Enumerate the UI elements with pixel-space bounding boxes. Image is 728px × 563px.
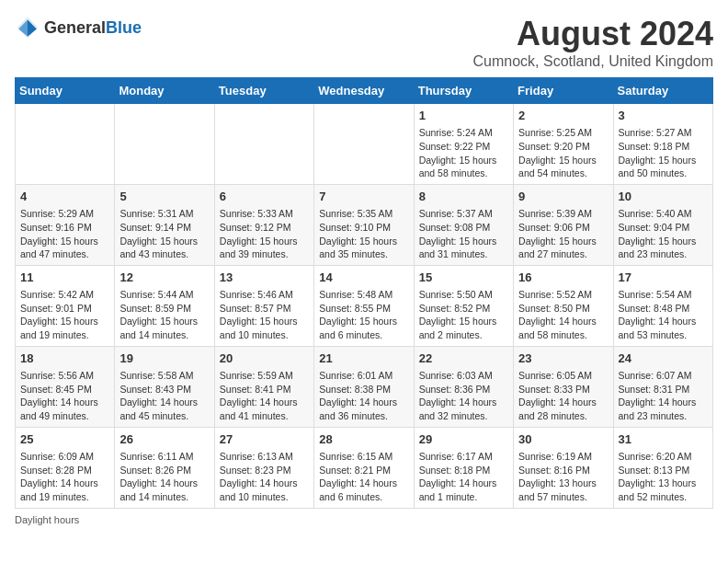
calendar-row: 18Sunrise: 5:56 AMSunset: 8:45 PMDayligh…	[16, 346, 713, 427]
day-info: Sunrise: 5:44 AMSunset: 8:59 PMDaylight:…	[119, 288, 209, 342]
title-area: August 2024 Cumnock, Scotland, United Ki…	[473, 15, 713, 70]
table-row: 10Sunrise: 5:40 AMSunset: 9:04 PMDayligh…	[613, 184, 712, 265]
table-row: 28Sunrise: 6:15 AMSunset: 8:21 PMDayligh…	[314, 427, 414, 508]
day-number: 4	[20, 189, 109, 205]
day-info: Sunrise: 5:50 AMSunset: 8:52 PMDaylight:…	[419, 288, 508, 342]
day-number: 15	[419, 270, 508, 286]
table-row: 2Sunrise: 5:25 AMSunset: 9:20 PMDaylight…	[514, 104, 613, 185]
day-info: Sunrise: 6:13 AMSunset: 8:23 PMDaylight:…	[220, 450, 309, 504]
weekday-header-thursday: Thursday	[414, 78, 513, 104]
day-number: 30	[518, 431, 608, 448]
calendar-row: 4Sunrise: 5:29 AMSunset: 9:16 PMDaylight…	[16, 184, 713, 265]
day-info: Sunrise: 6:03 AMSunset: 8:36 PMDaylight:…	[419, 369, 508, 423]
weekday-row: SundayMondayTuesdayWednesdayThursdayFrid…	[16, 78, 713, 104]
logo-general-text: General	[44, 18, 106, 37]
day-number: 21	[319, 350, 408, 367]
day-number: 19	[119, 350, 209, 367]
day-info: Sunrise: 5:48 AMSunset: 8:55 PMDaylight:…	[319, 288, 408, 342]
day-number: 7	[319, 189, 408, 205]
day-number: 23	[518, 350, 608, 367]
table-row: 24Sunrise: 6:07 AMSunset: 8:31 PMDayligh…	[613, 346, 712, 427]
day-info: Sunrise: 5:27 AMSunset: 9:18 PMDaylight:…	[619, 126, 708, 180]
day-number: 26	[119, 431, 209, 448]
day-number: 3	[619, 108, 708, 124]
day-info: Sunrise: 5:35 AMSunset: 9:10 PMDaylight:…	[319, 207, 408, 261]
table-row	[314, 104, 414, 185]
table-row: 23Sunrise: 6:05 AMSunset: 8:33 PMDayligh…	[514, 346, 613, 427]
footer-note: Daylight hours	[15, 514, 713, 525]
day-number: 16	[518, 270, 608, 286]
table-row: 16Sunrise: 5:52 AMSunset: 8:50 PMDayligh…	[514, 265, 613, 346]
page-title: August 2024	[473, 15, 713, 53]
table-row: 20Sunrise: 5:59 AMSunset: 8:41 PMDayligh…	[214, 346, 313, 427]
day-number: 24	[619, 350, 708, 367]
day-info: Sunrise: 6:11 AMSunset: 8:26 PMDaylight:…	[119, 450, 209, 504]
table-row	[16, 104, 115, 185]
day-info: Sunrise: 6:07 AMSunset: 8:31 PMDaylight:…	[619, 369, 708, 423]
day-number: 29	[419, 431, 508, 448]
table-row: 17Sunrise: 5:54 AMSunset: 8:48 PMDayligh…	[613, 265, 712, 346]
day-number: 18	[20, 350, 109, 367]
table-row: 30Sunrise: 6:19 AMSunset: 8:16 PMDayligh…	[514, 427, 613, 508]
table-row: 31Sunrise: 6:20 AMSunset: 8:13 PMDayligh…	[613, 427, 712, 508]
day-number: 9	[518, 189, 608, 205]
logo-icon	[15, 15, 40, 40]
table-row: 12Sunrise: 5:44 AMSunset: 8:59 PMDayligh…	[115, 265, 214, 346]
weekday-header-tuesday: Tuesday	[214, 78, 313, 104]
table-row: 3Sunrise: 5:27 AMSunset: 9:18 PMDaylight…	[613, 104, 712, 185]
day-info: Sunrise: 5:59 AMSunset: 8:41 PMDaylight:…	[220, 369, 309, 423]
table-row: 22Sunrise: 6:03 AMSunset: 8:36 PMDayligh…	[414, 346, 513, 427]
table-row: 29Sunrise: 6:17 AMSunset: 8:18 PMDayligh…	[414, 427, 513, 508]
day-info: Sunrise: 5:25 AMSunset: 9:20 PMDaylight:…	[518, 126, 608, 180]
weekday-header-sunday: Sunday	[16, 78, 115, 104]
day-number: 8	[419, 189, 508, 205]
table-row: 11Sunrise: 5:42 AMSunset: 9:01 PMDayligh…	[16, 265, 115, 346]
day-info: Sunrise: 5:24 AMSunset: 9:22 PMDaylight:…	[419, 126, 508, 180]
table-row	[214, 104, 313, 185]
table-row: 7Sunrise: 5:35 AMSunset: 9:10 PMDaylight…	[314, 184, 414, 265]
day-info: Sunrise: 6:01 AMSunset: 8:38 PMDaylight:…	[319, 369, 408, 423]
weekday-header-wednesday: Wednesday	[314, 78, 414, 104]
calendar-header: SundayMondayTuesdayWednesdayThursdayFrid…	[16, 78, 713, 104]
logo-blue-text: Blue	[106, 18, 142, 37]
weekday-header-monday: Monday	[115, 78, 214, 104]
subtitle: Cumnock, Scotland, United Kingdom	[473, 53, 713, 70]
day-number: 10	[619, 189, 708, 205]
table-row: 13Sunrise: 5:46 AMSunset: 8:57 PMDayligh…	[214, 265, 313, 346]
table-row: 18Sunrise: 5:56 AMSunset: 8:45 PMDayligh…	[16, 346, 115, 427]
day-info: Sunrise: 5:58 AMSunset: 8:43 PMDaylight:…	[119, 369, 209, 423]
table-row: 4Sunrise: 5:29 AMSunset: 9:16 PMDaylight…	[16, 184, 115, 265]
calendar-row: 11Sunrise: 5:42 AMSunset: 9:01 PMDayligh…	[16, 265, 713, 346]
table-row: 1Sunrise: 5:24 AMSunset: 9:22 PMDaylight…	[414, 104, 513, 185]
logo: GeneralBlue	[15, 15, 142, 40]
calendar-body: 1Sunrise: 5:24 AMSunset: 9:22 PMDaylight…	[16, 104, 713, 509]
header: GeneralBlue August 2024 Cumnock, Scotlan…	[15, 15, 713, 70]
day-number: 11	[20, 270, 109, 286]
day-info: Sunrise: 6:09 AMSunset: 8:28 PMDaylight:…	[20, 450, 109, 504]
day-info: Sunrise: 5:29 AMSunset: 9:16 PMDaylight:…	[20, 207, 109, 261]
calendar-row: 25Sunrise: 6:09 AMSunset: 8:28 PMDayligh…	[16, 427, 713, 508]
table-row: 6Sunrise: 5:33 AMSunset: 9:12 PMDaylight…	[214, 184, 313, 265]
day-number: 13	[220, 270, 309, 286]
day-number: 22	[419, 350, 508, 367]
day-number: 28	[319, 431, 408, 448]
day-info: Sunrise: 5:33 AMSunset: 9:12 PMDaylight:…	[220, 207, 309, 261]
day-number: 25	[20, 431, 109, 448]
day-number: 31	[619, 431, 708, 448]
day-number: 20	[220, 350, 309, 367]
day-info: Sunrise: 5:40 AMSunset: 9:04 PMDaylight:…	[619, 207, 708, 261]
day-info: Sunrise: 6:19 AMSunset: 8:16 PMDaylight:…	[518, 450, 608, 504]
day-info: Sunrise: 5:31 AMSunset: 9:14 PMDaylight:…	[119, 207, 209, 261]
day-info: Sunrise: 5:52 AMSunset: 8:50 PMDaylight:…	[518, 288, 608, 342]
day-number: 17	[619, 270, 708, 286]
table-row: 15Sunrise: 5:50 AMSunset: 8:52 PMDayligh…	[414, 265, 513, 346]
table-row: 5Sunrise: 5:31 AMSunset: 9:14 PMDaylight…	[115, 184, 214, 265]
table-row: 14Sunrise: 5:48 AMSunset: 8:55 PMDayligh…	[314, 265, 414, 346]
day-info: Sunrise: 5:37 AMSunset: 9:08 PMDaylight:…	[419, 207, 508, 261]
day-number: 5	[119, 189, 209, 205]
day-info: Sunrise: 5:54 AMSunset: 8:48 PMDaylight:…	[619, 288, 708, 342]
day-number: 1	[419, 108, 508, 124]
day-number: 27	[220, 431, 309, 448]
day-info: Sunrise: 5:56 AMSunset: 8:45 PMDaylight:…	[20, 369, 109, 423]
day-info: Sunrise: 6:17 AMSunset: 8:18 PMDaylight:…	[419, 450, 508, 504]
